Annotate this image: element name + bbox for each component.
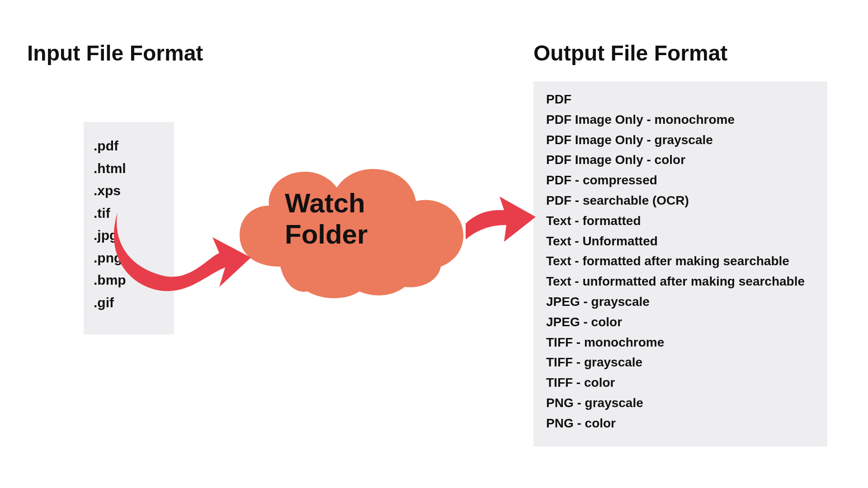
output-format-item: PDF - compressed [546, 170, 815, 191]
output-format-heading: Output File Format [533, 41, 727, 66]
output-format-item: PNG - grayscale [546, 393, 815, 413]
input-format-heading: Input File Format [27, 41, 203, 66]
watch-folder-line2: Folder [285, 219, 368, 249]
output-format-item: TIFF - monochrome [546, 333, 815, 353]
output-format-item: PDF - searchable (OCR) [546, 191, 815, 211]
arrow-input-to-cloud-icon [108, 208, 253, 307]
output-format-item: Text - unformatted after making searchab… [546, 272, 815, 292]
output-format-item: JPEG - grayscale [546, 292, 815, 312]
output-formats-panel: PDF PDF Image Only - monochrome PDF Imag… [533, 81, 827, 446]
output-format-item: PDF [546, 89, 815, 110]
arrow-cloud-to-output-icon [461, 190, 538, 244]
output-format-item: PDF Image Only - monochrome [546, 110, 815, 130]
input-format-item: .html [94, 157, 164, 180]
input-format-item: .pdf [94, 135, 164, 157]
output-format-item: TIFF - color [546, 373, 815, 393]
output-format-item: PDF Image Only - grayscale [546, 130, 815, 150]
output-format-item: Text - formatted [546, 211, 815, 231]
input-format-item: .xps [94, 179, 164, 202]
watch-folder-label: Watch Folder [285, 188, 429, 250]
output-format-item: Text - Unformatted [546, 231, 815, 252]
output-format-item: PDF Image Only - color [546, 150, 815, 170]
output-format-item: TIFF - grayscale [546, 352, 815, 373]
output-format-item: Text - formatted after making searchable [546, 251, 815, 272]
output-format-item: JPEG - color [546, 312, 815, 333]
watch-folder-line1: Watch [285, 188, 365, 218]
output-format-item: PNG - color [546, 413, 815, 434]
